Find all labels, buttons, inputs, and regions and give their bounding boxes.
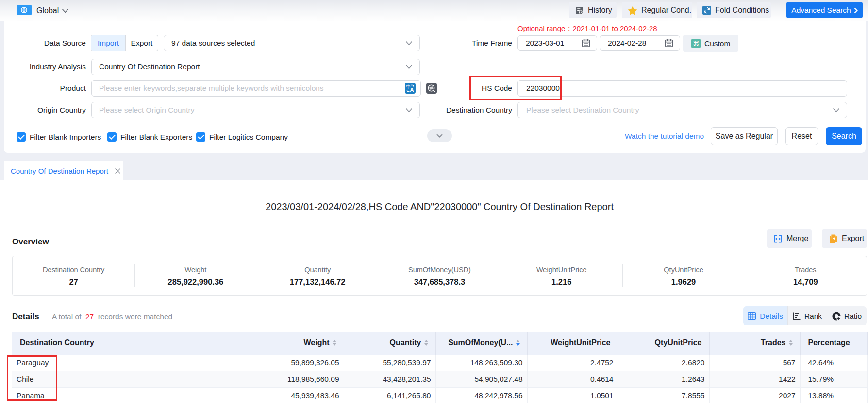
svg-text:A: A bbox=[410, 87, 414, 93]
svg-text:⌘: ⌘ bbox=[693, 40, 699, 47]
